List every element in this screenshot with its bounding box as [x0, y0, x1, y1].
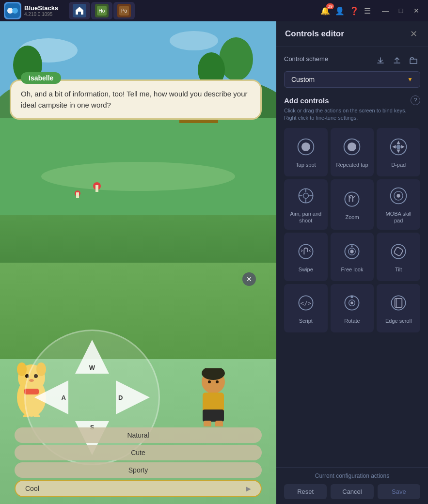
- svg-text:</>: </>: [300, 299, 311, 307]
- svg-rect-87: [395, 299, 402, 307]
- control-moba-skill-pad[interactable]: MOBA skill pad: [377, 179, 420, 230]
- svg-marker-57: [397, 149, 400, 153]
- zoom-label: Zoom: [345, 214, 359, 220]
- scheme-folder-button[interactable]: [407, 54, 420, 67]
- profile-icon[interactable]: 👤: [335, 6, 345, 16]
- answer-cute[interactable]: Cute: [15, 445, 262, 460]
- add-controls-title: Add controls: [284, 96, 329, 105]
- tab-bar: Ho Po: [69, 2, 135, 19]
- player-character: [194, 368, 233, 426]
- rotate-label: Rotate: [344, 317, 360, 324]
- scheme-download-button[interactable]: [374, 54, 387, 67]
- tap-spot-label: Tap spot: [296, 161, 316, 168]
- dpad-right[interactable]: D: [116, 380, 150, 414]
- answer-natural[interactable]: Natural: [15, 427, 262, 443]
- script-icon: </>: [295, 292, 317, 314]
- tilt-icon: [388, 241, 409, 262]
- dialog-text: Oh, and a bit of information, too! Tell …: [21, 89, 251, 110]
- control-aim-pan-shoot[interactable]: Aim, pan and shoot: [284, 179, 328, 230]
- notifications-icon[interactable]: 🔔 39: [320, 6, 330, 16]
- window-close-button[interactable]: ✕: [409, 4, 424, 17]
- controls-editor-panel: Controls editor ✕ Control scheme: [276, 21, 428, 504]
- config-actions-title: Current configuration actions: [284, 472, 420, 479]
- save-button[interactable]: Save: [378, 484, 420, 499]
- cancel-button[interactable]: Cancel: [331, 484, 373, 499]
- moba-skill-pad-label: MOBA skill pad: [380, 210, 416, 224]
- aim-pan-shoot-icon: [295, 185, 317, 206]
- dpad-left[interactable]: A: [34, 380, 68, 414]
- svg-text:+: +: [357, 138, 360, 144]
- d-pad-label: D-pad: [391, 161, 406, 168]
- dialog-box: Isabelle Oh, and a bit of information, t…: [10, 79, 262, 120]
- menu-icon[interactable]: ☰: [364, 6, 371, 16]
- scheme-dropdown[interactable]: Custom ▼: [284, 71, 420, 88]
- answer-cool[interactable]: Cool ▶: [15, 480, 262, 497]
- dropdown-arrow-icon: ▼: [407, 76, 413, 83]
- control-free-look[interactable]: Free look: [331, 233, 374, 281]
- main-content: Isabelle Oh, and a bit of information, t…: [0, 21, 428, 504]
- game-area: Isabelle Oh, and a bit of information, t…: [0, 21, 276, 504]
- svg-point-51: [301, 142, 310, 151]
- control-zoom[interactable]: Zoom: [331, 179, 374, 230]
- app-logo: [4, 2, 21, 19]
- svg-point-43: [216, 380, 219, 383]
- svg-point-84: [351, 301, 353, 304]
- dpad-left-label: A: [62, 394, 66, 401]
- help-icon[interactable]: ❓: [349, 6, 359, 16]
- svg-point-42: [208, 380, 211, 383]
- overlay-close-button[interactable]: ✕: [242, 272, 256, 286]
- scheme-upload-button[interactable]: [390, 54, 404, 67]
- reset-button[interactable]: Reset: [284, 484, 327, 499]
- svg-marker-58: [392, 145, 396, 148]
- zoom-icon: [341, 189, 363, 210]
- dpad-up-label: W: [89, 364, 95, 371]
- svg-point-78: [392, 245, 406, 259]
- footer-buttons: Reset Cancel Save: [284, 484, 420, 499]
- maximize-button[interactable]: □: [393, 4, 409, 17]
- add-controls-description: Click or drag the actions on the screen …: [284, 107, 420, 122]
- control-tilt[interactable]: Tilt: [377, 233, 420, 281]
- svg-point-60: [396, 144, 401, 149]
- scheme-label: Control scheme: [284, 55, 328, 63]
- control-d-pad[interactable]: D-pad: [377, 128, 420, 176]
- app-version: 4.210.0.1095: [24, 12, 58, 17]
- svg-text:Po: Po: [121, 8, 127, 14]
- controls-grid: Tap spot + Repeated tap: [284, 128, 420, 333]
- answer-sporty[interactable]: Sporty: [15, 462, 262, 478]
- svg-point-85: [351, 296, 353, 298]
- titlebar-icons: 🔔 39 👤 ❓ ☰: [320, 6, 371, 16]
- svg-point-67: [345, 192, 359, 206]
- help-button[interactable]: ?: [411, 95, 420, 105]
- control-scheme-section: Control scheme: [284, 54, 420, 88]
- control-script[interactable]: </> Script: [284, 284, 328, 332]
- panel-close-button[interactable]: ✕: [408, 28, 419, 40]
- svg-rect-45: [203, 410, 224, 422]
- free-look-label: Free look: [341, 266, 364, 273]
- dialog-speaker: Isabelle: [21, 72, 61, 84]
- svg-marker-59: [401, 145, 405, 148]
- control-repeated-tap[interactable]: + Repeated tap: [331, 128, 374, 176]
- svg-point-53: [348, 142, 356, 151]
- moba-skill-pad-icon: [388, 185, 409, 206]
- answer-options: Natural Cute Sporty Cool ▶: [0, 423, 276, 504]
- dpad-right-label: D: [118, 394, 123, 401]
- dpad-up[interactable]: W: [75, 340, 109, 374]
- tab-game2[interactable]: Po: [113, 2, 135, 19]
- svg-rect-29: [76, 192, 79, 198]
- tab-home[interactable]: [69, 2, 90, 19]
- window-controls: — □ ✕: [378, 4, 424, 17]
- control-edge-scroll[interactable]: Edge scroll: [377, 284, 420, 332]
- answer-cool-label: Cool: [25, 485, 39, 492]
- tab-game1[interactable]: Ho: [91, 2, 112, 19]
- panel-header: Controls editor ✕: [276, 21, 428, 47]
- app-name: BlueStacks: [24, 4, 58, 12]
- tap-spot-icon: [295, 136, 317, 158]
- rotate-icon: [341, 292, 363, 314]
- control-rotate[interactable]: Rotate: [331, 284, 374, 332]
- edge-scroll-icon: [388, 292, 409, 314]
- panel-footer: Current configuration actions Reset Canc…: [276, 467, 428, 504]
- control-swipe[interactable]: Swipe: [284, 233, 328, 281]
- control-tap-spot[interactable]: Tap spot: [284, 128, 328, 176]
- minimize-button[interactable]: —: [378, 4, 393, 17]
- swipe-label: Swipe: [299, 266, 313, 273]
